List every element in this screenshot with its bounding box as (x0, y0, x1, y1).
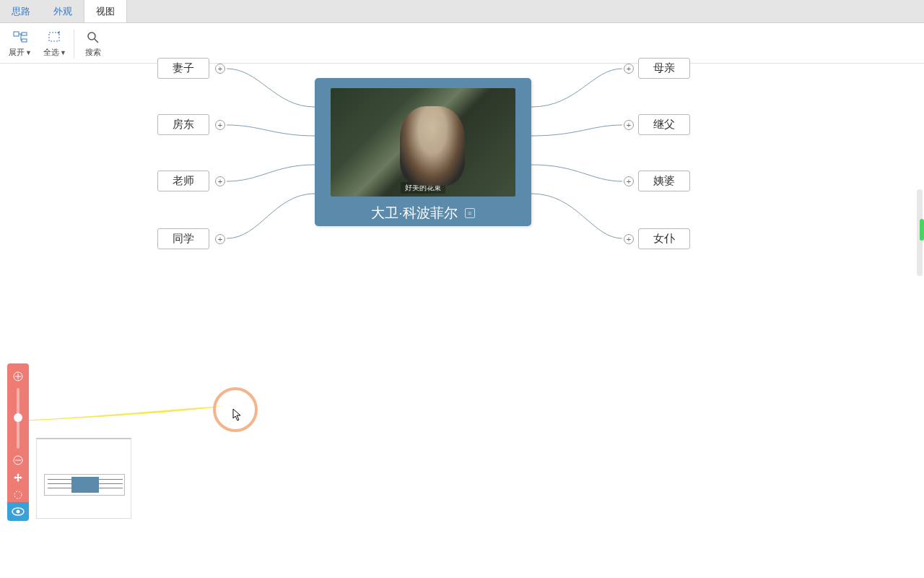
node-stepfather[interactable]: 继父 (638, 114, 690, 135)
scroll-indicator (920, 219, 924, 241)
node-landlord[interactable]: 房东 (157, 114, 209, 135)
svg-rect-1 (22, 33, 27, 35)
node-mother[interactable]: 母亲 (638, 58, 690, 79)
minimap[interactable] (36, 438, 131, 519)
expand-toggle[interactable]: + (215, 234, 225, 244)
pan-button[interactable] (12, 471, 25, 484)
note-icon[interactable]: ≡ (465, 208, 475, 218)
tab-view[interactable]: 视图 (84, 0, 127, 22)
ribbon-tabs: 思路 外观 视图 (0, 0, 924, 23)
expand-toggle[interactable]: + (215, 64, 225, 74)
overview-toggle-button[interactable] (7, 502, 29, 521)
search-button[interactable]: 搜索 (76, 25, 110, 63)
search-icon (87, 30, 100, 46)
eye-icon (12, 507, 25, 516)
zoom-in-button[interactable] (12, 370, 25, 383)
svg-point-13 (17, 510, 20, 514)
expand-toggle[interactable]: + (624, 120, 634, 130)
expand-label: 展开 (9, 48, 25, 56)
central-image: 好美的花束 (331, 88, 515, 197)
tab-appearance[interactable]: 外观 (42, 0, 84, 22)
node-grandaunt[interactable]: 姨婆 (638, 171, 690, 191)
svg-point-4 (88, 33, 95, 40)
expand-toggle[interactable]: + (215, 120, 225, 130)
central-node[interactable]: 好美的花束 大卫·科波菲尔 ≡ (315, 78, 531, 226)
svg-point-11 (14, 491, 22, 499)
svg-rect-0 (14, 32, 19, 36)
select-all-button[interactable]: 全选▼ (38, 25, 72, 63)
svg-rect-3 (49, 33, 59, 41)
node-wife[interactable]: 妻子 (157, 58, 209, 79)
cursor-arrow-icon (232, 408, 243, 424)
minimap-center-node (71, 477, 99, 493)
svg-line-5 (95, 39, 98, 43)
zoom-panel (7, 363, 29, 508)
expand-toggle[interactable]: + (624, 64, 634, 74)
svg-rect-2 (22, 39, 27, 42)
select-all-icon (48, 30, 62, 46)
expand-toggle[interactable]: + (624, 176, 634, 186)
search-label: 搜索 (85, 47, 101, 58)
zoom-slider[interactable] (17, 388, 19, 449)
expand-button[interactable]: 展开▼ (3, 25, 38, 63)
central-title: 大卫·科波菲尔 (371, 204, 457, 223)
dropdown-caret-icon: ▼ (25, 49, 32, 56)
toolbar-separator (74, 30, 74, 59)
tab-idea[interactable]: 思路 (0, 0, 42, 22)
minimap-viewport[interactable] (44, 474, 125, 496)
node-maid[interactable]: 女仆 (638, 228, 690, 249)
toolbar: 展开▼ 全选▼ 搜索 (0, 23, 924, 64)
mindmap-canvas[interactable]: 好美的花束 大卫·科波菲尔 ≡ 妻子 + 房东 + 老师 + 同学 + 母亲 +… (0, 64, 924, 578)
cursor-trail (7, 402, 231, 423)
select-all-label: 全选 (43, 48, 59, 56)
node-classmate[interactable]: 同学 (157, 228, 209, 249)
zoom-out-button[interactable] (12, 454, 25, 467)
expand-toggle[interactable]: + (215, 176, 225, 186)
image-caption: 好美的花束 (401, 182, 445, 194)
expand-toggle[interactable]: + (624, 234, 634, 244)
fit-button[interactable] (12, 488, 25, 501)
node-teacher[interactable]: 老师 (157, 171, 209, 191)
expand-icon (13, 30, 27, 46)
zoom-slider-thumb[interactable] (14, 413, 22, 422)
dropdown-caret-icon: ▼ (60, 49, 66, 56)
